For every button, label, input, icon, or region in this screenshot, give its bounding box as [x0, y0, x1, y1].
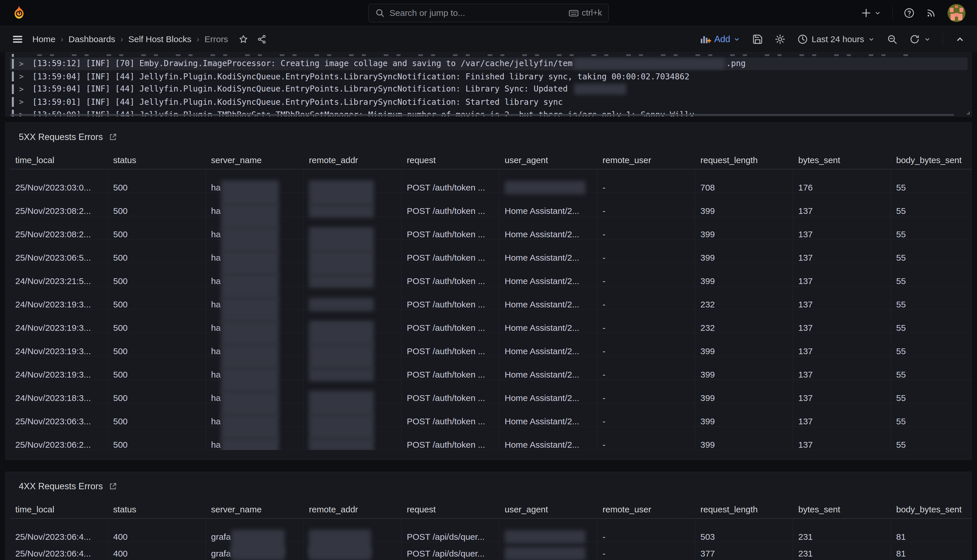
breadcrumb-item-dashboards[interactable]: Dashboards: [68, 34, 115, 44]
user-avatar[interactable]: [947, 4, 965, 22]
column-header-request_length[interactable]: request_length: [695, 155, 793, 165]
cell-text: Home Assistant/2...: [505, 393, 579, 403]
cell-text: 55: [896, 253, 906, 263]
cell-text: 231: [798, 532, 813, 542]
save-dashboard-button[interactable]: [752, 34, 763, 45]
external-link-icon[interactable]: [108, 482, 117, 491]
search-input[interactable]: [390, 8, 564, 18]
redacted-blur: [221, 391, 279, 416]
clipped-log-line[interactable]: [10, 53, 967, 57]
column-header-remote_addr[interactable]: remote_addr: [304, 505, 402, 514]
column-header-request_length[interactable]: request_length: [695, 505, 793, 514]
zoom-out-icon: [887, 34, 898, 45]
star-icon[interactable]: [238, 34, 248, 44]
column-header-time_local[interactable]: time_local: [10, 505, 108, 514]
save-icon: [752, 34, 763, 45]
column-header-user_agent[interactable]: user_agent: [500, 155, 597, 165]
panel-title[interactable]: 5XX Requests Errors: [19, 132, 103, 142]
add-panel-button[interactable]: Add: [699, 33, 740, 45]
redacted-blur: [221, 297, 279, 323]
table-cell-body_bytes_sent: 55: [891, 427, 972, 450]
redacted-blur: [221, 274, 279, 299]
dashboard-settings-button[interactable]: [775, 34, 785, 45]
table-5xx: time_localstatusserver_nameremote_addrre…: [5, 152, 972, 450]
breadcrumb-separator: ›: [120, 35, 123, 44]
redacted-blur: [574, 84, 626, 95]
cell-text: 500: [113, 393, 128, 403]
cell-text: 400: [113, 549, 128, 558]
log-line[interactable]: >[13:59:01] [INF] [44] Jellyfin.Plugin.K…: [10, 95, 967, 108]
log-line[interactable]: >[13:59:04] [INF] [44] Jellyfin.Plugin.K…: [10, 83, 967, 95]
cell-text: Home Assistant/2...: [505, 440, 579, 450]
table-row: 24/Nov/2023:21:5...500haPOST /auth/token…: [10, 263, 972, 287]
redacted-blur: [574, 58, 724, 69]
cell-text: 24/Nov/2023:21:5...: [15, 276, 91, 286]
column-header-body_bytes_sent[interactable]: body_bytes_sent: [891, 155, 972, 165]
expand-log-icon[interactable]: >: [19, 72, 32, 81]
cell-text: POST /auth/token ...: [407, 230, 485, 239]
table-cell-remote_user: -: [597, 427, 695, 450]
breadcrumb-item-self-host-blocks[interactable]: Self Host Blocks: [128, 34, 191, 44]
horizontal-scrollbar[interactable]: [10, 114, 954, 116]
external-link-icon[interactable]: [108, 133, 117, 142]
cell-text: 232: [700, 323, 715, 333]
column-header-request[interactable]: request: [402, 155, 500, 165]
redacted-blur: [309, 298, 374, 311]
cell-text: 399: [700, 370, 715, 380]
search-shortcut: ctrl+k: [569, 8, 602, 18]
cell-text: ha: [211, 440, 220, 450]
column-header-body_bytes_sent[interactable]: body_bytes_sent: [891, 505, 972, 514]
cell-text: POST /api/ds/quer...: [407, 532, 485, 542]
column-header-server_name[interactable]: server_name: [206, 155, 304, 165]
log-list: >[13:59:12] [INF] [70] Emby.Drawing.Imag…: [10, 57, 967, 117]
column-header-bytes_sent[interactable]: bytes_sent: [793, 505, 891, 514]
panel-title[interactable]: 4XX Requests Errors: [19, 481, 103, 492]
table-header-row: time_localstatusserver_nameremote_addrre…: [10, 152, 972, 170]
column-header-request[interactable]: request: [402, 505, 500, 514]
log-line[interactable]: >[13:59:12] [INF] [70] Emby.Drawing.Imag…: [10, 57, 967, 70]
table-cell-request_length: 399: [695, 427, 793, 450]
zoom-out-time-button[interactable]: [887, 34, 898, 45]
column-header-remote_addr[interactable]: remote_addr: [304, 155, 402, 165]
grafana-logo[interactable]: [12, 5, 27, 21]
table-cell-body_bytes_sent: 81: [891, 542, 972, 560]
cell-text: -: [602, 347, 605, 356]
redacted-blur: [309, 250, 374, 276]
breadcrumb-item-home[interactable]: Home: [32, 34, 55, 44]
time-range-picker[interactable]: Last 24 hours: [797, 34, 875, 45]
cell-text: 55: [896, 347, 906, 356]
cell-text: Home Assistant/2...: [505, 347, 579, 356]
chevron-down-icon[interactable]: [924, 35, 931, 43]
mega-menu-button[interactable]: [12, 33, 24, 45]
news-button[interactable]: [925, 8, 937, 18]
table-row: 24/Nov/2023:19:3...500haPOST /auth/token…: [10, 333, 972, 357]
collapse-toolbar-button[interactable]: [954, 34, 965, 45]
column-header-user_agent[interactable]: user_agent: [500, 505, 597, 514]
table-cell-status: 500: [108, 427, 206, 450]
column-header-status[interactable]: status: [108, 155, 206, 165]
column-header-remote_user[interactable]: remote_user: [597, 505, 695, 514]
column-header-bytes_sent[interactable]: bytes_sent: [793, 155, 891, 165]
new-menu-button[interactable]: [861, 8, 882, 18]
column-header-status[interactable]: status: [108, 505, 206, 514]
cell-text: 503: [700, 532, 715, 542]
panel-resize-handle[interactable]: [965, 110, 970, 115]
expand-log-icon[interactable]: >: [19, 98, 32, 106]
cell-text: 25/Nov/2023:08:2...: [15, 230, 91, 239]
cell-text: 137: [798, 206, 813, 216]
refresh-button[interactable]: [909, 34, 931, 45]
log-line[interactable]: >[13:59:04] [INF] [44] Jellyfin.Plugin.K…: [10, 70, 967, 83]
column-header-time_local[interactable]: time_local: [10, 155, 108, 165]
cell-text: grafa: [211, 532, 231, 542]
table-cell-user_agent: Home Assistant/2...: [500, 427, 597, 450]
share-icon[interactable]: [257, 34, 267, 44]
table-row: 24/Nov/2023:19:3...500haPOST /auth/token…: [10, 310, 972, 333]
column-header-remote_user[interactable]: remote_user: [597, 155, 695, 165]
expand-log-icon[interactable]: >: [19, 85, 32, 93]
cell-text: ha: [211, 253, 220, 263]
cell-text: Home Assistant/2...: [505, 323, 579, 333]
help-button[interactable]: [904, 8, 915, 18]
cell-text: 399: [700, 393, 715, 403]
expand-log-icon[interactable]: >: [19, 60, 32, 68]
column-header-server_name[interactable]: server_name: [206, 505, 304, 514]
